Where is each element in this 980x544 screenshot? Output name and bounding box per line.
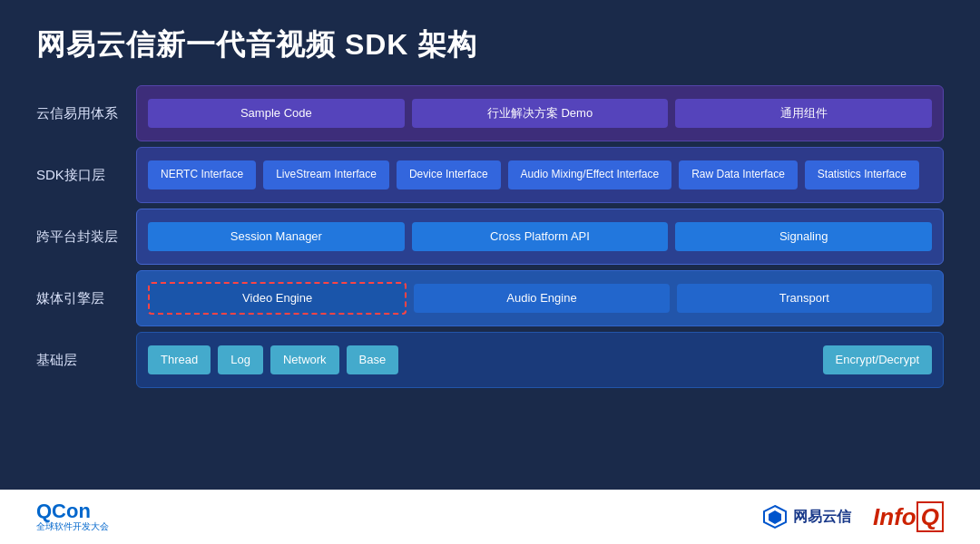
layer-row-4: 媒体引擎层 Video Engine Audio Engine Transpor… bbox=[36, 270, 944, 326]
layer-row-3: 跨平台封装层 Session Manager Cross Platform AP… bbox=[36, 209, 944, 265]
qcon-subtitle: 全球软件开发大会 bbox=[36, 521, 109, 532]
layer-body-2: NERTC Interface LiveStream Interface Dev… bbox=[136, 147, 944, 203]
netease-icon bbox=[762, 504, 788, 529]
chip-video-engine: Video Engine bbox=[148, 282, 407, 316]
qcon-title: QCon bbox=[36, 501, 91, 521]
netease-brand-text: 网易云信 bbox=[793, 508, 851, 527]
chip-livestream-interface: LiveStream Interface bbox=[263, 160, 389, 189]
layer-label-3: 跨平台封装层 bbox=[36, 209, 136, 265]
chip-log: Log bbox=[218, 345, 263, 375]
layer-body-3: Session Manager Cross Platform API Signa… bbox=[136, 209, 944, 265]
page-title: 网易云信新一代音视频 SDK 架构 bbox=[36, 25, 944, 65]
infoq-q: Q bbox=[916, 501, 944, 532]
chip-transport: Transport bbox=[677, 284, 932, 314]
qcon-logo: QCon 全球软件开发大会 bbox=[36, 501, 109, 532]
netease-logo: 网易云信 bbox=[762, 504, 851, 529]
chip-nertc-interface: NERTC Interface bbox=[148, 160, 256, 189]
layer-row-5: 基础层 Thread Log Network Base Encrypt/Decr… bbox=[36, 332, 944, 388]
chip-device-interface: Device Interface bbox=[397, 160, 501, 189]
layer-body-5: Thread Log Network Base Encrypt/Decrypt bbox=[136, 332, 944, 388]
chip-sample-code: Sample Code bbox=[148, 99, 405, 129]
infoq-text: Info bbox=[873, 503, 916, 530]
chip-cross-platform-api: Cross Platform API bbox=[412, 222, 669, 252]
svg-marker-1 bbox=[769, 510, 781, 524]
footer: QCon 全球软件开发大会 网易云信 InfoQ bbox=[0, 490, 980, 544]
layer-row-2: SDK接口层 NERTC Interface LiveStream Interf… bbox=[36, 147, 944, 203]
layer-body-1: Sample Code 行业解决方案 Demo 通用组件 bbox=[136, 85, 944, 141]
main-content: 网易云信新一代音视频 SDK 架构 云信易用体系 Sample Code 行业解… bbox=[0, 0, 980, 490]
infoq-logo: InfoQ bbox=[873, 503, 944, 531]
architecture-diagram: 云信易用体系 Sample Code 行业解决方案 Demo 通用组件 SDK接… bbox=[36, 85, 944, 475]
layer-label-1: 云信易用体系 bbox=[36, 85, 136, 141]
layer-row-1: 云信易用体系 Sample Code 行业解决方案 Demo 通用组件 bbox=[36, 85, 944, 141]
layer-label-4: 媒体引擎层 bbox=[36, 270, 136, 326]
chip-common-components: 通用组件 bbox=[675, 99, 932, 129]
chip-audio-mixing-interface: Audio Mixing/Effect Interface bbox=[508, 160, 672, 189]
chip-session-manager: Session Manager bbox=[148, 222, 405, 252]
footer-right: 网易云信 InfoQ bbox=[762, 503, 944, 531]
chip-encrypt-decrypt: Encrypt/Decrypt bbox=[823, 345, 932, 375]
footer-left: QCon 全球软件开发大会 bbox=[36, 501, 109, 532]
chip-raw-data-interface: Raw Data Interface bbox=[679, 160, 798, 189]
chip-thread: Thread bbox=[148, 345, 211, 375]
chip-audio-engine: Audio Engine bbox=[414, 284, 669, 314]
chip-base: Base bbox=[347, 345, 399, 375]
layer-label-5: 基础层 bbox=[36, 332, 136, 388]
layer-body-4: Video Engine Audio Engine Transport bbox=[136, 270, 944, 326]
chip-network: Network bbox=[270, 345, 339, 375]
layer-label-2: SDK接口层 bbox=[36, 147, 136, 203]
chip-statistics-interface: Statistics Interface bbox=[805, 160, 919, 189]
chip-signaling: Signaling bbox=[675, 222, 932, 252]
chip-industry-demo: 行业解决方案 Demo bbox=[412, 99, 669, 129]
